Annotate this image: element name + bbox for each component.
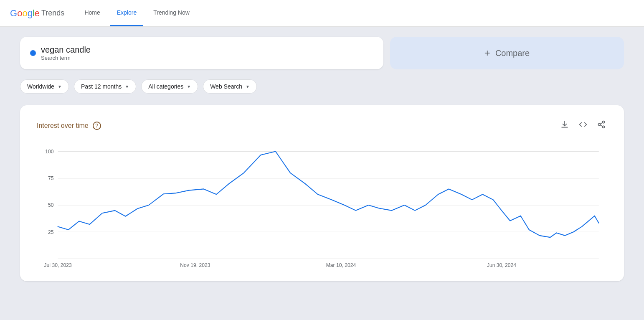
- svg-text:Nov 19, 2023: Nov 19, 2023: [180, 262, 210, 268]
- filter-search-type[interactable]: Web Search ▼: [203, 79, 257, 94]
- compare-plus-icon: +: [484, 47, 490, 59]
- help-icon[interactable]: ?: [93, 122, 101, 130]
- svg-point-1: [598, 124, 601, 126]
- svg-text:50: 50: [48, 202, 54, 208]
- filter-time[interactable]: Past 12 months ▼: [74, 79, 136, 94]
- svg-text:100: 100: [45, 148, 53, 154]
- interest-chart-section: Interest over time ?: [20, 105, 624, 281]
- nav-trending-now[interactable]: Trending Now: [147, 0, 196, 26]
- filter-time-label: Past 12 months: [81, 83, 122, 90]
- filters-bar: Worldwide ▼ Past 12 months ▼ All categor…: [20, 76, 624, 97]
- compare-label: Compare: [495, 48, 530, 58]
- share-icon[interactable]: [596, 119, 607, 132]
- chart-title-row: Interest over time ?: [37, 122, 101, 130]
- search-section: vegan candle Search term + Compare: [20, 37, 624, 69]
- filter-region-arrow: ▼: [58, 84, 62, 89]
- svg-text:Jul 30, 2023: Jul 30, 2023: [44, 262, 72, 268]
- filter-region-label: Worldwide: [27, 83, 54, 90]
- filter-region[interactable]: Worldwide ▼: [20, 79, 69, 94]
- logo: Google Trends: [10, 8, 64, 19]
- svg-text:25: 25: [48, 229, 54, 235]
- nav-explore[interactable]: Explore: [110, 0, 143, 26]
- compare-box[interactable]: + Compare: [390, 37, 624, 69]
- main-content: vegan candle Search term + Compare World…: [0, 27, 644, 291]
- chart-title: Interest over time: [37, 122, 89, 130]
- search-term-type: Search term: [41, 55, 91, 61]
- search-term-text: vegan candle: [41, 45, 91, 55]
- download-icon[interactable]: [559, 119, 570, 132]
- trends-wordmark: Trends: [41, 9, 64, 18]
- svg-text:Mar 10, 2024: Mar 10, 2024: [326, 262, 356, 268]
- embed-icon[interactable]: [577, 119, 589, 132]
- filter-category-label: All categories: [148, 83, 183, 90]
- term-info: vegan candle Search term: [41, 45, 91, 61]
- filter-category-arrow: ▼: [187, 84, 191, 89]
- svg-text:75: 75: [48, 175, 54, 181]
- svg-line-3: [600, 125, 603, 126]
- filter-search-type-arrow: ▼: [246, 84, 250, 89]
- svg-point-0: [603, 121, 605, 123]
- filter-time-arrow: ▼: [125, 84, 129, 89]
- chart-actions: [559, 119, 607, 132]
- main-nav: Home Explore Trending Now: [78, 0, 196, 26]
- nav-home[interactable]: Home: [78, 0, 106, 26]
- term-dot-indicator: [30, 50, 36, 56]
- svg-point-2: [603, 126, 605, 128]
- svg-text:Jun 30, 2024: Jun 30, 2024: [487, 262, 516, 268]
- chart-header: Interest over time ?: [37, 119, 607, 132]
- filter-category[interactable]: All categories ▼: [141, 79, 198, 94]
- svg-line-4: [600, 122, 603, 124]
- search-term-box[interactable]: vegan candle Search term: [20, 37, 383, 69]
- trend-line-chart: 100 75 50 25 Jul 30, 2023 Nov 19, 2023 M…: [37, 142, 607, 268]
- app-header: Google Trends Home Explore Trending Now: [0, 0, 644, 27]
- filter-search-type-label: Web Search: [210, 83, 242, 90]
- google-wordmark: Google: [10, 8, 40, 19]
- chart-container: 100 75 50 25 Jul 30, 2023 Nov 19, 2023 M…: [37, 142, 607, 268]
